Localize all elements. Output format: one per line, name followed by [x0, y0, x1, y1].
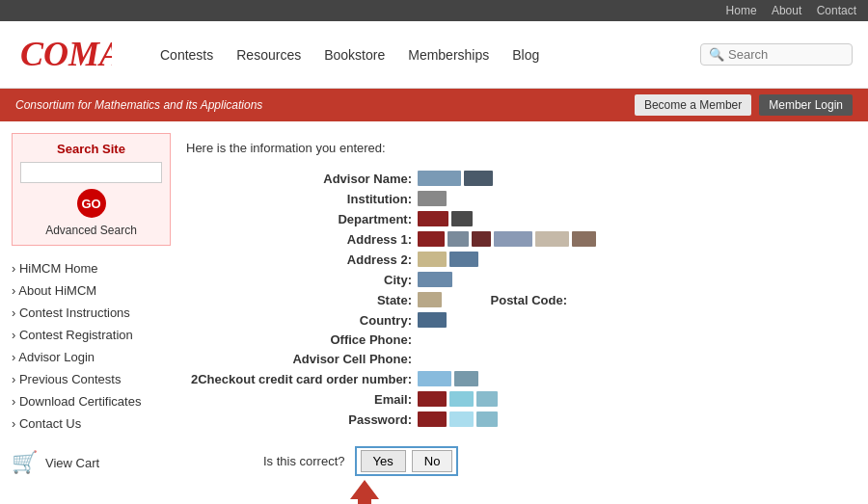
email-label: Email:: [186, 392, 418, 407]
block: [535, 231, 569, 247]
nav-memberships[interactable]: Memberships: [408, 47, 489, 63]
sidebar-item-previous-contests: Previous Contests: [12, 368, 171, 390]
search-site-box: Search Site GO Advanced Search: [12, 133, 171, 246]
checkout-value: [418, 371, 478, 386]
institution-row: Institution:: [186, 191, 841, 206]
institution-value: [418, 191, 447, 206]
block: [449, 411, 474, 427]
block: [418, 272, 452, 287]
state-row: State: Postal Code:: [186, 292, 841, 307]
top-contact-link[interactable]: Contact: [817, 4, 856, 17]
block: [448, 231, 469, 247]
state-value: [418, 292, 442, 307]
block: [449, 252, 478, 267]
nav-contests[interactable]: Contests: [160, 47, 213, 63]
block: [418, 391, 447, 407]
confirm-label: Is this correct?: [263, 454, 345, 468]
header: COMAP Contests Resources Bookstore Membe…: [0, 21, 868, 89]
cell-phone-row: Advisor Cell Phone:: [186, 352, 841, 366]
svg-marker-1: [350, 480, 379, 504]
password-label: Password:: [186, 412, 418, 427]
department-value: [418, 211, 473, 226]
block: [454, 371, 478, 386]
advisor-name-row: Advisor Name:: [186, 171, 841, 186]
red-banner: Consortium for Mathematics and its Appli…: [0, 89, 868, 121]
block: [472, 231, 491, 247]
block: [572, 231, 596, 247]
email-value: [418, 391, 498, 407]
office-phone-row: Office Phone:: [186, 332, 841, 347]
advisor-name-label: Advisor Name:: [186, 172, 418, 186]
intro-text: Here is the information you entered:: [186, 141, 841, 155]
sidebar: Search Site GO Advanced Search HiMCM Hom…: [12, 133, 171, 504]
country-row: Country:: [186, 312, 841, 328]
sidebar-item-contest-instructions: Contest Instructions: [12, 302, 171, 324]
block: [418, 211, 448, 226]
search-site-input[interactable]: [20, 162, 162, 183]
address1-value: [418, 231, 596, 247]
block: [451, 211, 473, 226]
sidebar-item-himcm-home: HiMCM Home: [12, 257, 171, 279]
sidebar-item-about-himcm: About HiMCM: [12, 279, 171, 302]
confirm-box: Yes No: [355, 446, 459, 476]
view-cart-label: View Cart: [45, 456, 99, 470]
search-site-title: Search Site: [20, 142, 162, 156]
city-row: City:: [186, 272, 841, 287]
block: [418, 252, 447, 267]
svg-text:COMAP: COMAP: [20, 35, 112, 72]
block: [476, 411, 498, 427]
go-button[interactable]: GO: [77, 189, 106, 218]
address2-value: [418, 252, 478, 267]
block: [476, 391, 498, 407]
block: [418, 292, 442, 307]
advanced-search-link[interactable]: Advanced Search: [20, 224, 162, 237]
block: [418, 231, 445, 247]
sidebar-item-advisor-login: Advisor Login: [12, 346, 171, 368]
address1-label: Address 1:: [186, 232, 418, 247]
top-about-link[interactable]: About: [772, 4, 801, 17]
city-label: City:: [186, 273, 418, 287]
password-row: Password:: [186, 411, 841, 427]
view-cart[interactable]: 🛒 View Cart: [12, 450, 171, 475]
become-member-button[interactable]: Become a Member: [635, 94, 751, 116]
block: [418, 371, 451, 386]
search-icon: 🔍: [709, 47, 724, 62]
block: [464, 171, 493, 186]
checkout-row: 2Checkout credit card order number:: [186, 371, 841, 386]
department-label: Department:: [186, 212, 418, 226]
sidebar-item-download-certificates: Download Certificates: [12, 390, 171, 412]
logo[interactable]: COMAP: [15, 29, 131, 80]
search-box[interactable]: 🔍: [700, 43, 853, 66]
content-area: Here is the information you entered: Adv…: [171, 133, 856, 504]
sidebar-item-contact-us: Contact Us: [12, 412, 171, 435]
department-row: Department:: [186, 211, 841, 226]
search-input[interactable]: [728, 47, 844, 62]
yes-button[interactable]: Yes: [361, 450, 406, 472]
office-phone-label: Office Phone:: [186, 332, 418, 347]
no-button[interactable]: No: [412, 450, 453, 472]
password-value: [418, 411, 498, 427]
nav-resources[interactable]: Resources: [236, 47, 301, 63]
city-value: [418, 272, 452, 287]
cart-icon: 🛒: [12, 450, 38, 475]
address1-row: Address 1:: [186, 231, 841, 247]
nav-bookstore[interactable]: Bookstore: [324, 47, 385, 63]
top-home-link[interactable]: Home: [726, 4, 757, 17]
address2-label: Address 2:: [186, 252, 418, 267]
block: [418, 411, 447, 427]
main-nav: Contests Resources Bookstore Memberships…: [160, 47, 700, 63]
cell-phone-label: Advisor Cell Phone:: [186, 352, 418, 366]
arrow-container: [340, 480, 841, 504]
institution-label: Institution:: [186, 192, 418, 206]
nav-blog[interactable]: Blog: [512, 47, 539, 63]
country-label: Country:: [186, 313, 418, 328]
main-layout: Search Site GO Advanced Search HiMCM Hom…: [0, 121, 868, 504]
sidebar-nav: HiMCM Home About HiMCM Contest Instructi…: [12, 257, 171, 435]
banner-buttons: Become a Member Member Login: [635, 94, 853, 116]
red-arrow-icon: [340, 480, 389, 504]
member-login-button[interactable]: Member Login: [759, 94, 853, 116]
block: [494, 231, 532, 247]
address2-row: Address 2:: [186, 252, 841, 267]
advisor-name-value: [418, 171, 493, 186]
sidebar-item-contest-registration: Contest Registration: [12, 324, 171, 346]
